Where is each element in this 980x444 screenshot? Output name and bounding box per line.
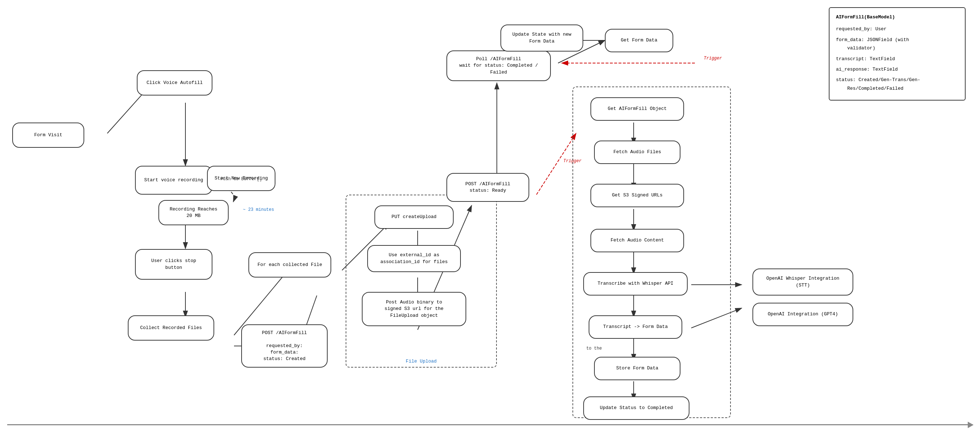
info-field-2: form_data: JSONField (with validator)	[836, 36, 958, 53]
store-form-data-node: Store Form Data	[594, 357, 681, 380]
info-field-5: status: Created/Gen-Trans/Gen- Res/Compl…	[836, 76, 958, 93]
get-form-data-label: Get Form Data	[621, 37, 657, 44]
put-create-upload-label: PUT createUpload	[392, 214, 437, 220]
put-create-upload-node: PUT createUpload	[374, 205, 453, 229]
fetch-audio-files-node: Fetch Audio Files	[594, 141, 681, 164]
transcribe-whisper-label: Transcribe with Whisper API	[598, 280, 674, 287]
user-clicks-stop-node: User clicks stop button	[135, 249, 212, 279]
info-field-3: transcript: TextField	[836, 55, 958, 63]
post-aiformfill-created-node: POST /AIFormFill requested_by: form_data…	[241, 324, 328, 367]
get-s3-urls-node: Get S3 Signed URLs	[590, 184, 684, 207]
update-status-completed-node: Update Status to Completed	[583, 396, 689, 420]
push-buffer-label: Push to Buffer[]	[220, 177, 263, 182]
post-aiformfill-created-label: POST /AIFormFill requested_by: form_data…	[262, 330, 307, 363]
approx-time-label: ~ 23 minutes	[233, 207, 284, 212]
form-visit-node: Form Visit	[12, 123, 84, 148]
info-field-4: ai_response: TextField	[836, 65, 958, 73]
recording-reaches-label: Recording Reaches 20 MB	[170, 206, 218, 219]
get-form-data-node: Get Form Data	[605, 29, 673, 52]
update-status-completed-label: Update Status to Completed	[600, 405, 673, 411]
post-audio-binary-label: Post Audio binary to signed S3 url for t…	[385, 299, 444, 319]
click-voice-label: Click Voice Autofill	[146, 80, 203, 86]
fetch-audio-content-label: Fetch Audio Content	[611, 237, 664, 244]
fetch-audio-content-node: Fetch Audio Content	[590, 229, 684, 252]
post-aiformfill-ready-label: POST /AIFormFill status: Ready	[466, 181, 511, 194]
diagram-container: Form Visit Click Voice Autofill Start vo…	[0, 0, 980, 433]
openai-whisper-node: OpenAI Whisper Integration (STT)	[752, 268, 853, 295]
file-upload-label: File Upload	[346, 359, 496, 364]
use-external-id-node: Use external_id as association_id for fi…	[367, 245, 461, 272]
start-voice-node: Start voice recording	[135, 166, 212, 195]
bottom-arrow	[7, 424, 973, 425]
recording-reaches-node: Recording Reaches 20 MB	[158, 200, 229, 225]
get-s3-urls-label: Get S3 Signed URLs	[612, 192, 662, 198]
trigger-label-2: Trigger	[695, 56, 731, 61]
to-the-label: to the	[576, 346, 612, 351]
user-clicks-stop-label: User clicks stop button	[151, 258, 196, 271]
store-form-data-label: Store Form Data	[616, 365, 658, 372]
transcript-form-label: Transcript -> Form Data	[603, 324, 668, 330]
get-aiformfill-obj-node: Get AIFormFill Object	[590, 97, 684, 121]
poll-aiformfill-node: Poll /AIFormFill wait for status: Comple…	[446, 50, 551, 81]
openai-gpt4-node: OpenAI Integration (GPT4)	[752, 303, 853, 326]
click-voice-node: Click Voice Autofill	[137, 70, 212, 96]
transcribe-whisper-node: Transcribe with Whisper API	[583, 272, 688, 295]
for-each-file-node: For each collected File	[248, 252, 331, 278]
transcript-form-node: Transcript -> Form Data	[589, 315, 682, 339]
info-box-title: AIFormFill(BaseModel)	[836, 13, 958, 21]
collect-files-label: Collect Recorded Files	[140, 325, 202, 331]
post-audio-binary-node: Post Audio binary to signed S3 url for t…	[362, 292, 466, 326]
update-state-node: Update State with new Form Data	[500, 24, 583, 51]
info-box: AIFormFill(BaseModel) requested_by: User…	[829, 7, 966, 101]
openai-whisper-label: OpenAI Whisper Integration (STT)	[767, 275, 840, 288]
update-state-label: Update State with new Form Data	[512, 31, 571, 44]
info-field-1: requested_by: User	[836, 25, 958, 33]
use-external-id-label: Use external_id as association_id for fi…	[380, 252, 447, 265]
post-aiformfill-ready-node: POST /AIFormFill status: Ready	[446, 173, 529, 202]
poll-aiformfill-label: Poll /AIFormFill wait for status: Comple…	[452, 56, 546, 76]
collect-files-node: Collect Recorded Files	[128, 315, 214, 340]
fetch-audio-files-label: Fetch Audio Files	[614, 149, 661, 155]
openai-gpt4-label: OpenAI Integration (GPT4)	[768, 311, 838, 318]
for-each-file-label: For each collected File	[258, 262, 322, 268]
form-visit-label: Form Visit	[34, 132, 62, 138]
get-aiformfill-obj-label: Get AIFormFill Object	[608, 105, 667, 112]
start-voice-label: Start voice recording	[144, 177, 204, 184]
